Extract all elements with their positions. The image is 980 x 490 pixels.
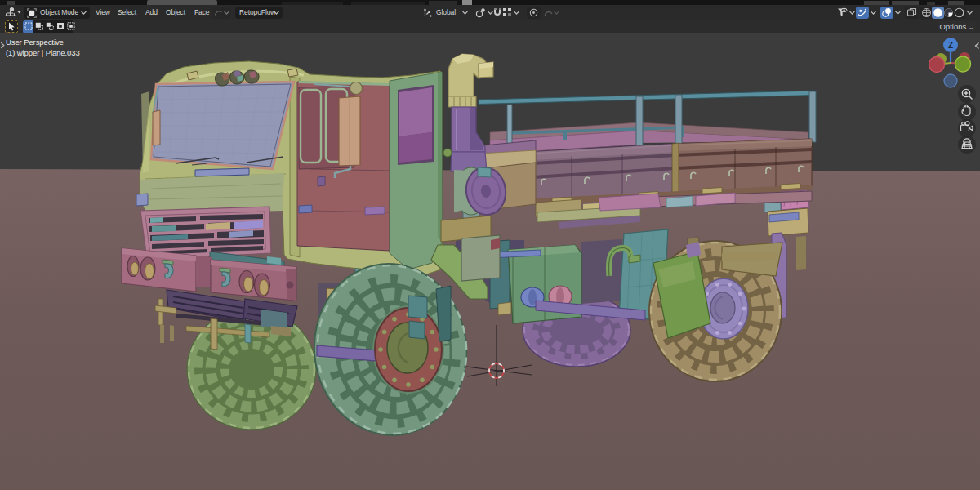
svg-text:Z: Z xyxy=(948,41,953,50)
